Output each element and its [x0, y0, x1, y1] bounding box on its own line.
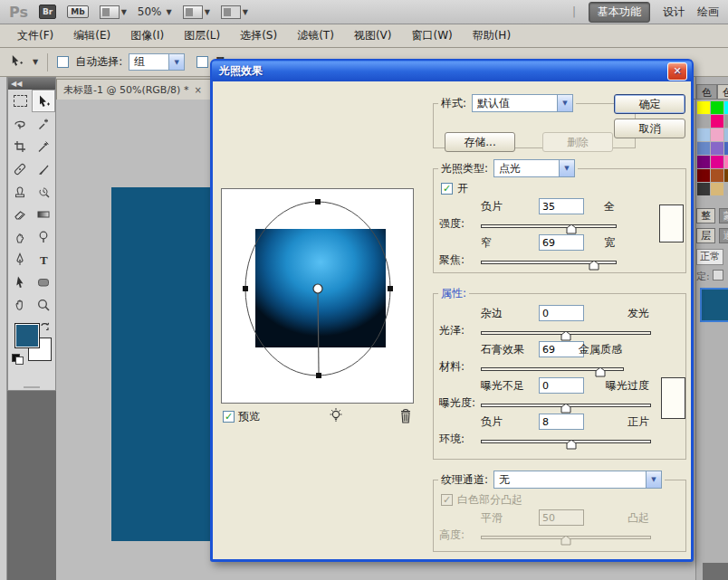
healing-brush-tool[interactable] [8, 157, 32, 180]
brush-tool[interactable] [32, 157, 55, 180]
eraser-tool[interactable] [8, 203, 32, 225]
ok-button[interactable]: 确定 [614, 94, 685, 114]
exposure-thumb[interactable] [560, 404, 571, 414]
color-swatch[interactable] [697, 115, 710, 128]
workspace-button[interactable]: 设计 [663, 5, 685, 20]
material-thumb[interactable] [595, 367, 606, 377]
layer-thumbnail[interactable] [700, 288, 728, 322]
magic-wand-tool[interactable] [32, 112, 55, 135]
color-swatch[interactable] [711, 142, 723, 155]
dodge-tool[interactable] [32, 225, 55, 248]
move-tool[interactable] [32, 90, 55, 112]
color-swatch[interactable] [724, 128, 728, 141]
color-swatch[interactable] [724, 115, 728, 128]
material-track[interactable] [481, 367, 624, 371]
color-swatch[interactable] [711, 115, 723, 128]
show-transform-checkbox[interactable] [196, 56, 208, 68]
color-swatch[interactable] [711, 169, 723, 182]
close-document-icon[interactable]: × [194, 85, 201, 95]
texture-channel-dropdown[interactable]: 无 ▼ [493, 471, 662, 489]
color-swatch[interactable] [711, 128, 723, 141]
color-swatch[interactable] [711, 156, 723, 168]
lock-icon[interactable] [713, 270, 723, 280]
zoom-tool[interactable] [32, 293, 55, 316]
smudge-tool[interactable] [8, 225, 32, 248]
auto-select-dropdown[interactable]: 组 ▼ [129, 53, 185, 71]
light-type-dropdown[interactable]: 点光 ▼ [493, 159, 575, 177]
masks-tab[interactable]: 蒙 [719, 208, 728, 223]
eyedropper-tool[interactable] [32, 135, 55, 157]
menu-item[interactable]: 滤镜(T) [287, 28, 344, 43]
gloss-thumb[interactable] [560, 331, 571, 341]
preview-box[interactable] [221, 188, 414, 404]
intensity-track[interactable] [481, 224, 617, 228]
color-swatch[interactable] [697, 183, 710, 195]
swap-colors-icon[interactable] [39, 321, 52, 336]
color-swatch[interactable] [697, 128, 710, 141]
preview-checkbox[interactable] [223, 411, 235, 423]
lasso-tool[interactable] [8, 112, 32, 135]
save-style-button[interactable]: 存储... [445, 132, 515, 152]
color-swatch[interactable] [711, 183, 723, 195]
menu-item[interactable]: 文件(F) [7, 28, 63, 43]
light-color-swatch[interactable] [659, 204, 684, 242]
mini-bridge-button[interactable]: Mb [67, 5, 88, 18]
zoom-level-button[interactable]: 50%▼ [138, 5, 172, 18]
color-swatch[interactable] [697, 169, 710, 182]
adjustments-tab[interactable]: 整 [696, 208, 715, 223]
workspace-button[interactable]: 基本功能 [589, 2, 650, 23]
menu-item[interactable]: 选择(S) [230, 28, 287, 43]
color-panel-tab[interactable]: 色 [696, 84, 717, 100]
focus-track[interactable] [481, 261, 617, 264]
layers-tab[interactable]: 层 [696, 228, 715, 243]
hand-tool[interactable] [8, 293, 32, 316]
gradient-tool[interactable] [32, 203, 55, 225]
white-is-high-checkbox[interactable] [441, 494, 453, 506]
delete-style-button[interactable]: 删除 [542, 132, 613, 152]
exposure-input[interactable] [539, 377, 584, 394]
auto-select-checkbox[interactable] [57, 56, 69, 68]
exposure-track[interactable] [481, 404, 651, 407]
cancel-button[interactable]: 取消 [614, 119, 685, 138]
screen-mode-button[interactable]: ▼ [221, 5, 248, 19]
bridge-button[interactable]: Br [39, 5, 56, 19]
trash-icon[interactable] [398, 407, 413, 427]
menu-item[interactable]: 视图(V) [344, 28, 402, 43]
close-icon[interactable]: ✕ [667, 62, 687, 81]
ambience-thumb[interactable] [566, 440, 577, 450]
light-bulb-icon[interactable] [328, 407, 344, 427]
menu-item[interactable]: 帮助(H) [463, 28, 521, 43]
color-swatch[interactable] [697, 101, 710, 114]
tool-preset-caret[interactable]: ▼ [33, 58, 38, 66]
channels-tab[interactable]: 通 [719, 228, 728, 243]
color-swatch[interactable] [724, 156, 728, 168]
color-swatch[interactable] [697, 142, 710, 155]
pen-tool[interactable] [8, 248, 32, 271]
color-swatch[interactable] [724, 183, 728, 195]
color-swatch[interactable] [697, 156, 710, 168]
crop-tool[interactable] [8, 135, 32, 157]
dialog-title-bar[interactable]: 光照效果 ✕ [212, 61, 692, 81]
rectangular-marquee-tool[interactable] [8, 90, 32, 112]
tools-panel-collapse[interactable]: ◀◀ [8, 78, 55, 90]
default-colors-icon[interactable] [12, 354, 23, 363]
panel-grip[interactable] [24, 386, 40, 388]
material-input[interactable] [539, 341, 584, 357]
foreground-color-swatch[interactable] [14, 323, 40, 348]
menu-item[interactable]: 编辑(E) [63, 28, 120, 43]
history-brush-tool[interactable] [32, 180, 55, 203]
document-tab[interactable]: 未标题-1 @ 50%(RGB/8) * × [56, 79, 219, 100]
intensity-input[interactable] [539, 198, 584, 214]
menu-item[interactable]: 图像(I) [120, 28, 174, 43]
color-swatch[interactable] [724, 101, 728, 114]
shape-tool[interactable] [32, 271, 55, 293]
focus-thumb[interactable] [589, 261, 599, 271]
ambience-track[interactable] [481, 440, 651, 443]
intensity-thumb[interactable] [566, 224, 577, 234]
color-swatch[interactable] [724, 169, 728, 182]
color-swatch[interactable] [724, 142, 728, 155]
workspace-button[interactable]: 绘画 [697, 5, 719, 20]
gloss-track[interactable] [481, 331, 651, 335]
color-swatch[interactable] [711, 101, 723, 114]
style-dropdown[interactable]: 默认值 ▼ [472, 94, 573, 112]
